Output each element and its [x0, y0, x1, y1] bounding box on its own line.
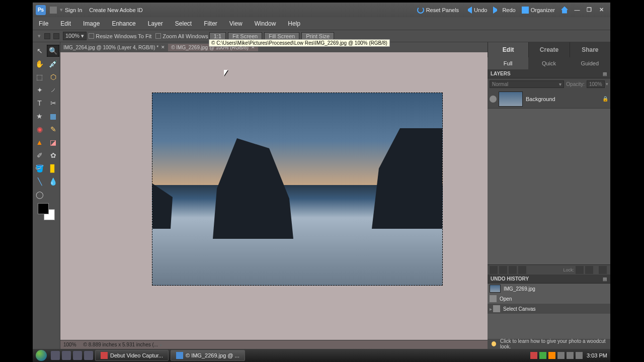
layer-row[interactable]: Background 🔒	[488, 89, 610, 109]
quick-select-tool[interactable]: ⟋	[47, 84, 59, 96]
home-button[interactable]	[561, 7, 568, 14]
signin-link[interactable]: Sign In	[65, 7, 82, 13]
color-swatches[interactable]	[38, 203, 55, 220]
history-item[interactable]: Open	[488, 294, 610, 304]
zoom-all-checkbox[interactable]	[155, 33, 161, 39]
menu-window[interactable]: Window	[255, 20, 276, 27]
healing-tool[interactable]: ✎	[47, 123, 59, 135]
gradient-tool[interactable]: ▊	[47, 162, 59, 174]
resize-windows-checkbox[interactable]	[89, 33, 94, 39]
adjustment-button[interactable]	[509, 266, 517, 274]
close-icon[interactable]: ✕	[161, 45, 165, 50]
eyedropper-tool[interactable]: 💉	[47, 58, 59, 70]
start-button[interactable]	[33, 349, 50, 362]
layers-panel-header[interactable]: LAYERS▤	[488, 69, 610, 78]
foreground-color[interactable]	[38, 203, 49, 214]
quicklaunch-icon[interactable]	[62, 351, 71, 360]
canvas-area[interactable]	[60, 52, 488, 340]
blend-mode-select[interactable]: Normal ▾	[490, 80, 564, 88]
lock-pixels-button[interactable]	[576, 266, 584, 274]
tray-icon[interactable]	[557, 352, 565, 359]
quicklaunch-icon[interactable]	[51, 351, 60, 360]
opacity-input[interactable]: 100%	[587, 80, 605, 88]
layer-name[interactable]: Background	[526, 96, 602, 102]
menu-edit[interactable]: Edit	[60, 20, 71, 27]
document-tab-1[interactable]: IMG_2264.jpg @ 100% (Layer 4, RGB/8) *✕	[60, 44, 168, 51]
quicklaunch-icon[interactable]	[73, 351, 82, 360]
marquee-tool[interactable]: ⬚	[33, 71, 46, 83]
recompose-tool[interactable]: ▦	[47, 110, 59, 122]
panel-menu-icon[interactable]: ▤	[603, 71, 607, 76]
history-item[interactable]: ▸Select Canvas	[488, 304, 610, 314]
redo-button[interactable]: Redo	[493, 7, 515, 14]
tray-icon[interactable]	[530, 352, 537, 359]
menu-view[interactable]: View	[229, 20, 243, 27]
cookie-cutter-tool[interactable]: ★	[33, 110, 46, 122]
hint-bar[interactable]: Click to learn how to give your photo a …	[488, 339, 610, 349]
link-button[interactable]	[518, 266, 526, 274]
panel-layout-icon[interactable]	[50, 7, 57, 14]
zoom-in-icon[interactable]	[44, 33, 50, 39]
reset-panels-button[interactable]: Reset Panels	[417, 7, 459, 14]
smart-brush-tool[interactable]: ✿	[47, 149, 59, 161]
menu-help[interactable]: Help	[288, 20, 300, 27]
zoom-level-select[interactable]: 100% ▾	[63, 32, 87, 40]
close-button[interactable]: ✕	[597, 7, 605, 13]
layer-thumbnail[interactable]	[499, 92, 523, 107]
clock[interactable]: 3:03 PM	[587, 352, 607, 358]
type-tool[interactable]: T	[33, 97, 46, 109]
brush-tool[interactable]: ✐	[33, 149, 46, 161]
maximize-button[interactable]: ❐	[585, 7, 593, 13]
shape-tool[interactable]: ╲	[33, 175, 46, 188]
minimize-button[interactable]: —	[573, 7, 581, 13]
volume-icon[interactable]	[576, 352, 583, 359]
paint-bucket-tool[interactable]: 🪣	[33, 162, 46, 174]
status-zoom[interactable]: 100%	[63, 342, 76, 347]
undo-button[interactable]: Undo	[465, 7, 487, 14]
lock-all-button[interactable]	[585, 266, 593, 274]
quick-subtab[interactable]: Quick	[528, 57, 569, 69]
app-logo[interactable]: Ps	[36, 5, 46, 15]
blur-tool[interactable]: 💧	[47, 175, 59, 188]
share-tab[interactable]: Share	[570, 42, 610, 57]
undo-history-header[interactable]: UNDO HISTORY▤	[488, 275, 610, 284]
edit-tab[interactable]: Edit	[488, 42, 528, 57]
menu-select[interactable]: Select	[175, 20, 192, 27]
new-layer-button[interactable]	[490, 266, 498, 274]
tray-icon[interactable]	[539, 352, 546, 359]
menu-image[interactable]: Image	[83, 20, 100, 27]
new-group-button[interactable]	[499, 266, 507, 274]
image-canvas[interactable]	[152, 93, 443, 286]
hand-tool[interactable]: ✋	[33, 58, 46, 70]
magic-wand-tool[interactable]: ✦	[33, 84, 46, 96]
delete-layer-button[interactable]	[599, 266, 607, 274]
visibility-icon[interactable]	[490, 96, 497, 103]
zoom-out-icon[interactable]	[53, 33, 59, 39]
menu-layer[interactable]: Layer	[148, 20, 163, 27]
menu-file[interactable]: File	[39, 20, 48, 27]
zoom-tool[interactable]: 🔍	[47, 45, 59, 57]
redeye-tool[interactable]: ◉	[33, 123, 46, 135]
move-tool[interactable]: ↖	[33, 45, 46, 57]
guided-subtab[interactable]: Guided	[570, 57, 610, 69]
eraser-tool[interactable]: ◪	[47, 136, 59, 148]
lasso-tool[interactable]: ⬡	[47, 71, 59, 83]
history-thumbnail	[490, 285, 501, 293]
tray-icon[interactable]	[548, 352, 555, 359]
network-icon[interactable]	[567, 352, 574, 359]
create-tab[interactable]: Create	[528, 42, 569, 57]
taskbar-item[interactable]: Debut Video Captur...	[95, 350, 169, 361]
status-dimensions[interactable]: © 8.889 inches x 5.931 inches (...	[84, 342, 158, 347]
quicklaunch-icon[interactable]	[84, 351, 93, 360]
menu-enhance[interactable]: Enhance	[112, 20, 135, 27]
taskbar-item[interactable]: © IMG_2269.jpg @ ...	[171, 350, 245, 361]
clone-tool[interactable]: ▲	[33, 136, 46, 148]
organizer-button[interactable]: Organizer	[522, 7, 555, 14]
menu-filter[interactable]: Filter	[204, 20, 217, 27]
crop-tool[interactable]: ✂	[47, 97, 59, 109]
panel-menu-icon[interactable]: ▤	[603, 277, 607, 282]
create-id-link[interactable]: Create New Adobe ID	[89, 7, 142, 13]
sponge-tool[interactable]: ◯	[33, 189, 46, 201]
history-item[interactable]: IMG_2269.jpg	[488, 284, 610, 294]
full-subtab[interactable]: Full	[488, 57, 528, 69]
